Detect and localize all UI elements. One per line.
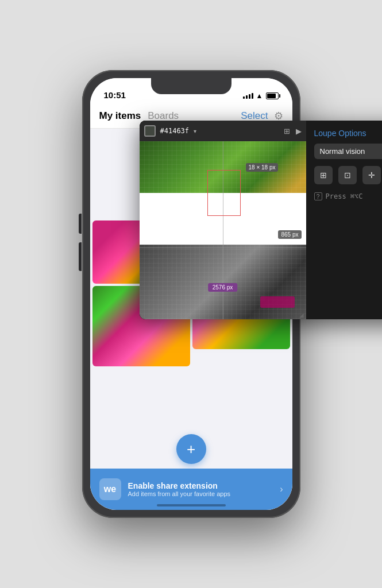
fab-container: + xyxy=(176,434,206,464)
share-chevron-icon: › xyxy=(280,484,283,494)
loupe-popup: #41463f ▾ ⊞ ▶ 18 × 18 px 865 px 2576 px xyxy=(140,121,383,319)
crosshair-vertical xyxy=(223,141,223,319)
share-title: Enable share extension xyxy=(128,481,273,490)
add-button[interactable]: + xyxy=(176,434,206,464)
share-text-group: Enable share extension Add items from al… xyxy=(128,481,273,497)
loupe-toolbar-right: ⊞ ▶ xyxy=(284,127,302,136)
status-time: 10:51 xyxy=(104,90,126,100)
crosshair-horizontal xyxy=(140,247,306,248)
loupe-canvas-area: 18 × 18 px 865 px 2576 px ◢ xyxy=(140,141,306,319)
tool-crosshair[interactable]: ✛ xyxy=(362,166,381,184)
crosshair-tool-icon: ✛ xyxy=(368,171,375,180)
vision-mode-label: Normal vision xyxy=(320,147,365,156)
wifi-icon: ▲ xyxy=(256,92,263,100)
loupe-tools-row: ⊞ ⊡ ✛ ✏ xyxy=(314,166,383,184)
px-badge-right: 865 px xyxy=(278,230,301,239)
signal-icon xyxy=(243,93,253,99)
loupe-toolbar: #41463f ▾ ⊞ ▶ xyxy=(140,121,306,141)
nav-title-group: My items Boards xyxy=(99,110,179,122)
shortcut-text: Press ⌘⌥C xyxy=(326,192,363,200)
loupe-play-icon[interactable]: ▶ xyxy=(296,127,302,136)
nav-my-items[interactable]: My items xyxy=(99,110,141,122)
status-icons: ▲ xyxy=(243,92,279,100)
share-subtitle: Add items from all your favorite apps xyxy=(128,490,273,497)
phone-frame: 10:51 ▲ My items Boards Se xyxy=(82,70,300,518)
select-button[interactable]: Select xyxy=(241,110,268,122)
color-hex-value: #41463f xyxy=(160,127,190,135)
nav-boards[interactable]: Boards xyxy=(148,110,179,122)
dimension-badge: 18 × 18 px xyxy=(246,163,279,172)
loupe-options-title: Loupe Options xyxy=(314,129,383,138)
loupe-options-panel: Loupe Options Normal vision ⌄ ⊞ ⊡ ✛ ✏ xyxy=(306,121,383,319)
battery-icon xyxy=(266,92,279,99)
tool-grid-dotted[interactable]: ⊡ xyxy=(338,166,357,184)
volume-up-button[interactable] xyxy=(79,214,82,234)
volume-down-button[interactable] xyxy=(79,242,82,262)
tool-grid-normal[interactable]: ⊞ xyxy=(314,166,333,184)
color-chevron-icon[interactable]: ▾ xyxy=(194,128,196,134)
selection-box xyxy=(207,170,241,216)
resize-handle-icon[interactable]: ◢ xyxy=(299,312,304,318)
home-indicator xyxy=(157,504,226,506)
share-extension-icon: we xyxy=(99,478,121,500)
canvas-pink-overlay xyxy=(260,296,295,308)
hint-question-icon[interactable]: ? xyxy=(314,192,322,200)
px-badge-bottom: 2576 px xyxy=(208,283,238,292)
grid-dotted-icon: ⊡ xyxy=(344,171,351,180)
grid-normal-icon: ⊞ xyxy=(320,171,327,180)
loupe-canvas-panel: #41463f ▾ ⊞ ▶ 18 × 18 px 865 px 2576 px xyxy=(140,121,306,319)
color-swatch[interactable] xyxy=(144,125,156,137)
vision-mode-selector[interactable]: Normal vision ⌄ xyxy=(314,144,383,159)
notch xyxy=(151,78,231,94)
loupe-grid-icon[interactable]: ⊞ xyxy=(284,127,290,136)
shortcut-hint: ? Press ⌘⌥C xyxy=(314,192,383,200)
